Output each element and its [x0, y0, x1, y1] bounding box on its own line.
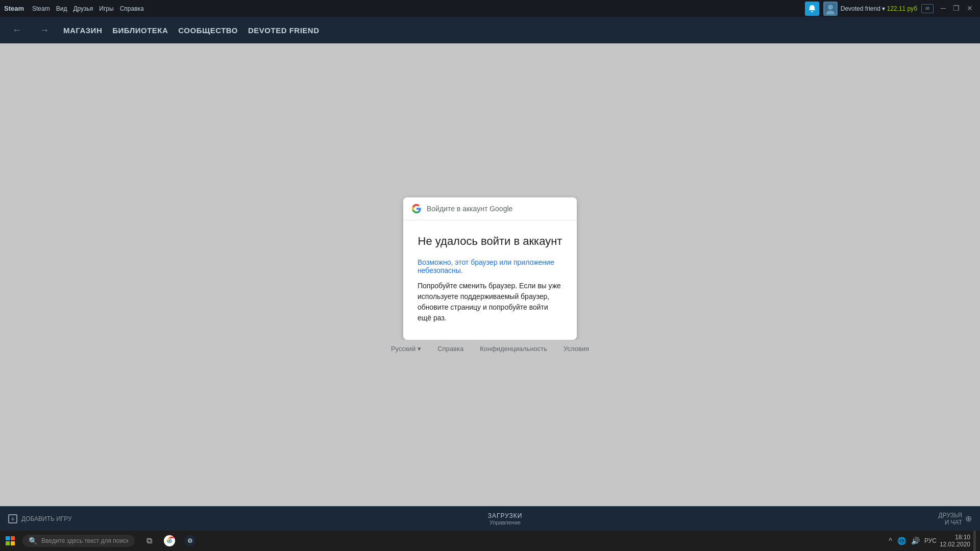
- language-selector[interactable]: Русский ▾: [391, 345, 421, 353]
- clock-date: 12.02.2020: [940, 541, 970, 548]
- google-card-body: Не удалось войти в аккаунт Возможно, это…: [403, 220, 577, 340]
- system-clock[interactable]: 18:10 12.02.2020: [940, 534, 970, 548]
- downloads-button[interactable]: ЗАГРУЗКИ Управление: [488, 512, 523, 525]
- language-indicator[interactable]: РУС: [924, 537, 937, 544]
- svg-rect-3: [6, 536, 10, 540]
- start-button[interactable]: [0, 531, 20, 551]
- avatar: [823, 2, 838, 16]
- chevron-down-icon: ▾: [418, 345, 421, 353]
- svg-rect-4: [11, 536, 15, 540]
- window-controls: ─ ❐ ✕: [938, 0, 976, 17]
- footer-terms[interactable]: Условия: [564, 345, 589, 353]
- clock-time: 18:10: [940, 534, 970, 541]
- close-button[interactable]: ✕: [964, 0, 976, 17]
- back-button[interactable]: ←: [8, 23, 26, 38]
- svg-text:⚙: ⚙: [187, 537, 193, 544]
- taskbar-search[interactable]: 🔍: [22, 535, 135, 547]
- titlebar-right: Devoted friend ▾ 122,11 руб ✉ ─ ❐ ✕: [805, 0, 976, 17]
- google-card-header-text: Войдите в аккаунт Google: [427, 205, 512, 213]
- add-game-button[interactable]: + ДОБАВИТЬ ИГРУ: [8, 514, 72, 523]
- downloads-sublabel: Управление: [488, 519, 523, 525]
- steam-taskbar-button[interactable]: ⚙: [180, 531, 200, 551]
- chrome-icon: [164, 535, 175, 546]
- nav-community[interactable]: СООБЩЕСТВО: [178, 26, 238, 35]
- google-card-description: Попробуйте сменить браузер. Если вы уже …: [418, 281, 562, 323]
- card-area: Войдите в аккаунт Google Не удалось войт…: [403, 192, 577, 340]
- plus-icon: +: [8, 514, 17, 523]
- titlebar-left: Steam Steam Вид Друзья Игры Справка: [4, 5, 144, 12]
- svg-rect-5: [6, 541, 10, 545]
- friends-icon: ⊕: [965, 514, 972, 523]
- taskbar-right: ^ 🌐 🔊 РУС 18:10 12.02.2020: [887, 531, 980, 551]
- menu-steam[interactable]: Steam: [32, 5, 50, 12]
- menu-view[interactable]: Вид: [56, 5, 67, 12]
- windows-taskbar: 🔍 ⧉: [0, 531, 980, 551]
- navbar: ← → МАГАЗИН БИБЛИОТЕКА СООБЩЕСТВО DEVOTE…: [0, 17, 980, 43]
- forward-button[interactable]: →: [36, 23, 53, 38]
- google-signin-card: Войдите в аккаунт Google Не удалось войт…: [403, 197, 577, 340]
- google-card-header: Войдите в аккаунт Google: [403, 197, 577, 220]
- notification-icon[interactable]: [805, 2, 819, 16]
- balance: 122,11 руб: [887, 5, 917, 12]
- restore-button[interactable]: ❐: [950, 0, 963, 17]
- svg-point-10: [168, 540, 170, 542]
- search-input[interactable]: [41, 537, 128, 544]
- titlebar-menu: Steam Вид Друзья Игры Справка: [32, 5, 144, 12]
- speaker-icon[interactable]: 🔊: [910, 537, 921, 545]
- task-view-button[interactable]: ⧉: [139, 531, 159, 551]
- menu-help[interactable]: Справка: [120, 5, 144, 12]
- google-logo-icon: [411, 204, 422, 214]
- content-area: Войдите в аккаунт Google Не удалось войт…: [0, 43, 980, 506]
- email-icon[interactable]: ✉: [921, 4, 934, 13]
- nav-store[interactable]: МАГАЗИН: [63, 26, 102, 35]
- tray-expand-icon[interactable]: ^: [887, 537, 894, 545]
- windows-logo-icon: [6, 536, 15, 545]
- task-icons: ⧉: [139, 531, 200, 551]
- footer-privacy[interactable]: Конфиденциальность: [480, 345, 547, 353]
- nav-profile[interactable]: DEVOTED FRIEND: [248, 26, 320, 35]
- chrome-taskbar-button[interactable]: [159, 531, 180, 551]
- titlebar: Steam Steam Вид Друзья Игры Справка Devo…: [0, 0, 980, 17]
- steam-taskbar-icon: ⚙: [184, 535, 195, 546]
- system-tray: ^ 🌐 🔊: [887, 537, 921, 545]
- minimize-button[interactable]: ─: [938, 0, 949, 17]
- google-card-link[interactable]: Возможно, этот браузер или приложение не…: [418, 258, 562, 274]
- user-avatar-area[interactable]: Devoted friend ▾ 122,11 руб: [823, 2, 917, 16]
- menu-friends[interactable]: Друзья: [73, 5, 93, 12]
- search-icon: 🔍: [29, 537, 37, 545]
- taskbar-left: 🔍 ⧉: [0, 531, 200, 551]
- friends-label: ДРУЗЬЯИ ЧАТ: [939, 512, 962, 526]
- username: Devoted friend: [841, 5, 880, 12]
- google-card-title: Не удалось войти в аккаунт: [418, 235, 562, 248]
- task-view-icon: ⧉: [146, 536, 152, 545]
- svg-point-1: [828, 5, 833, 10]
- svg-rect-6: [11, 541, 15, 545]
- downloads-label: ЗАГРУЗКИ: [488, 512, 523, 519]
- bottombar: + ДОБАВИТЬ ИГРУ ЗАГРУЗКИ Управление ДРУЗ…: [0, 506, 980, 531]
- friends-chat-button[interactable]: ДРУЗЬЯИ ЧАТ ⊕: [939, 512, 972, 526]
- footer-help[interactable]: Справка: [437, 345, 463, 353]
- language-label: Русский: [391, 345, 415, 353]
- network-icon[interactable]: 🌐: [896, 537, 908, 545]
- add-game-label: ДОБАВИТЬ ИГРУ: [21, 515, 72, 522]
- steam-logo: Steam: [4, 5, 24, 12]
- nav-library[interactable]: БИБЛИОТЕКА: [112, 26, 168, 35]
- show-desktop-button[interactable]: [973, 531, 976, 551]
- main-wrapper: Войдите в аккаунт Google Не удалось войт…: [0, 43, 980, 531]
- google-footer: Русский ▾ Справка Конфиденциальность Усл…: [0, 340, 980, 358]
- menu-games[interactable]: Игры: [99, 5, 113, 12]
- username-balance: Devoted friend ▾ 122,11 руб: [841, 5, 917, 12]
